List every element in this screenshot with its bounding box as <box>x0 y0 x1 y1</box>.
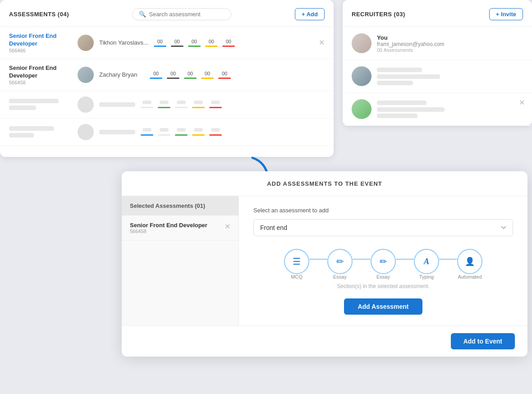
recruiter-details-3 <box>377 101 523 118</box>
search-icon: 🔍 <box>139 11 146 18</box>
section-essay-1-circle: ✏ <box>327 249 353 274</box>
recruiter-name-1: Tikhon Yaroslavs... <box>99 39 148 46</box>
invite-button[interactable]: + Invite <box>489 8 523 20</box>
selected-assessments-header: Selected Assessments (01) <box>122 196 238 215</box>
recruiters-header: RECRUITERS (03) + Invite <box>343 0 532 27</box>
section-typing-circle: A <box>414 249 439 274</box>
section-connector-4 <box>439 259 457 260</box>
close-assessment-1[interactable]: ✕ <box>319 38 325 47</box>
modal-title: ADD ASSESSMENTS TO THE EVENT <box>267 180 382 187</box>
skeleton-info-1 <box>9 99 72 110</box>
recruiter-details-1: You frami_jameson@yahoo.com 00 Assessmen… <box>377 34 523 53</box>
automated-label: Automated <box>458 274 482 279</box>
section-connector-2 <box>353 259 371 260</box>
assessment-name-1: Senior Front End Developer <box>9 32 72 48</box>
selected-item-id: 566458 <box>130 229 207 234</box>
add-to-event-button[interactable]: Add to Event <box>451 333 515 349</box>
section-essay-1: ✏ Essay <box>327 249 353 279</box>
section-essay-2-circle: ✏ <box>371 249 396 274</box>
skeleton-scores-2 <box>141 128 325 136</box>
recruiter-avatar-3 <box>352 99 371 119</box>
assessment-row-2: Senior Front End Developer 566458 Zachar… <box>0 59 334 91</box>
search-bar[interactable]: 🔍 <box>132 8 231 20</box>
recruiter-email-you: frami_jameson@yahoo.com <box>377 41 523 47</box>
assessment-id-2: 566458 <box>9 80 72 85</box>
skeleton-scores-1 <box>141 101 325 108</box>
skeleton-name-2 <box>99 130 135 134</box>
assessment-info-1: Senior Front End Developer 566466 <box>9 32 72 53</box>
skeleton-info-2 <box>9 126 72 137</box>
recruiter-avatar-2 <box>352 66 371 86</box>
section-automated-circle: 👤 <box>457 249 482 274</box>
recruiters-title: RECRUITERS (03) <box>352 11 405 18</box>
section-mcq: ☰ MCQ <box>284 249 309 279</box>
recruiter-name-2: Zachary Bryan <box>99 71 144 78</box>
selected-item-info: Senior Front End Developer 566458 <box>130 222 207 234</box>
score-bars-2: 00 00 00 00 00 <box>150 71 325 79</box>
skeleton-avatar-1 <box>78 96 94 113</box>
recruiter-row-3: ✕ <box>343 93 532 126</box>
recruiter-assessments-you: 00 Assessments <box>377 47 523 53</box>
typing-label: Typing <box>419 274 434 279</box>
modal-body: Selected Assessments (01) Senior Front E… <box>122 196 527 325</box>
add-assessment-confirm-button[interactable]: Add Assessment <box>344 298 422 315</box>
assessment-info-2: Senior Front End Developer 566458 <box>9 64 72 85</box>
section-connector-1 <box>309 259 327 260</box>
remove-selected-item[interactable]: ✕ <box>225 222 230 231</box>
section-typing: A Typing <box>414 249 439 279</box>
recruiter-avatar-you <box>352 33 371 53</box>
recruiter-avatar-1 <box>78 35 94 51</box>
skeleton-name-1 <box>99 102 135 107</box>
automated-icon: 👤 <box>465 257 475 266</box>
modal-footer: Add to Event <box>122 325 527 357</box>
assessment-id-1: 566466 <box>9 48 72 53</box>
mcq-label: MCQ <box>291 274 303 279</box>
section-essay-2: ✏ Essay <box>371 249 396 279</box>
essay-1-label: Essay <box>333 274 347 279</box>
sections-note: Section(s) in the selected assessment. <box>253 283 513 289</box>
section-automated: 👤 Automated <box>457 249 482 279</box>
essay-2-label: Essay <box>376 274 390 279</box>
search-input[interactable] <box>149 11 225 18</box>
mcq-icon: ☰ <box>293 257 301 266</box>
selected-item-name: Senior Front End Developer <box>130 222 207 229</box>
assessment-dropdown[interactable]: Front end <box>253 219 513 236</box>
close-recruiter-3[interactable]: ✕ <box>519 98 525 107</box>
selected-item: Senior Front End Developer 566458 ✕ <box>122 215 238 241</box>
assessments-header: ASSESSMENTS (04) 🔍 + Add <box>0 8 334 27</box>
sections-row: ☰ MCQ ✏ Essay ✏ Essay <box>253 249 513 279</box>
assessment-row-1: Senior Front End Developer 566466 Tikhon… <box>0 27 334 59</box>
add-assessment-panel: Select an assessment to add Front end ☰ … <box>239 196 527 325</box>
section-mcq-circle: ☰ <box>284 249 309 274</box>
section-connector-3 <box>396 259 414 260</box>
assessments-card: ASSESSMENTS (04) 🔍 + Add Senior Front En… <box>0 0 334 157</box>
select-assessment-label: Select an assessment to add <box>253 207 513 214</box>
assessment-row-skeleton-2 <box>0 119 334 146</box>
recruiter-row-1: You frami_jameson@yahoo.com 00 Assessmen… <box>343 27 532 60</box>
recruiter-name-you: You <box>377 34 523 41</box>
recruiter-details-2 <box>377 68 523 85</box>
score-bars-1: 00 00 00 00 00 <box>154 39 313 47</box>
typing-icon: A <box>424 257 429 266</box>
skeleton-avatar-2 <box>78 124 94 140</box>
add-assessment-button[interactable]: + Add <box>295 8 325 20</box>
recruiter-avatar-2 <box>78 67 94 83</box>
essay-1-icon: ✏ <box>336 257 344 266</box>
essay-2-icon: ✏ <box>380 257 387 266</box>
assessment-name-2: Senior Front End Developer <box>9 64 72 80</box>
modal-header: ADD ASSESSMENTS TO THE EVENT <box>122 171 527 196</box>
selected-assessments-panel: Selected Assessments (01) Senior Front E… <box>122 196 239 325</box>
recruiter-row-2 <box>343 60 532 93</box>
add-assessments-modal: ADD ASSESSMENTS TO THE EVENT Selected As… <box>122 171 527 357</box>
recruiters-card: RECRUITERS (03) + Invite You frami_james… <box>343 0 532 126</box>
assessments-title: ASSESSMENTS (04) <box>9 11 69 18</box>
assessment-row-skeleton-1 <box>0 91 334 119</box>
